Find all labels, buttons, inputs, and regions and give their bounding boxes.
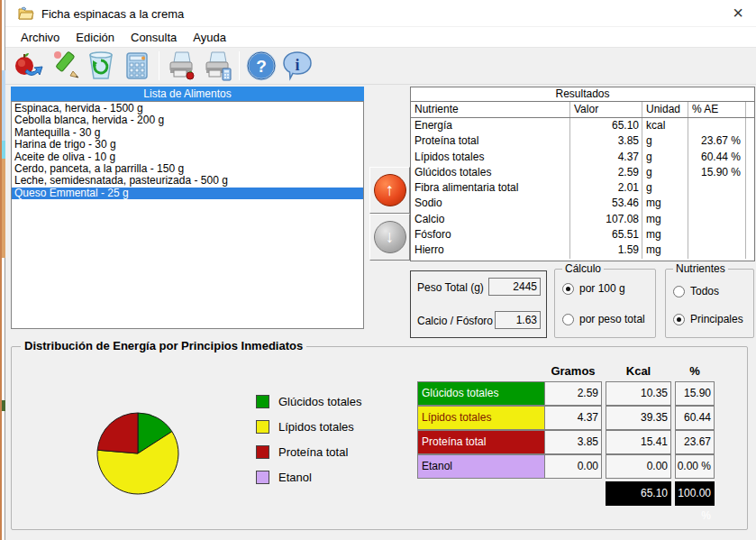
menu-ayuda[interactable]: Ayuda [185,29,234,46]
toolbar-separator [159,51,159,80]
menu-bar: Archivo Edición Consulta Ayuda [5,27,756,47]
dist-pct: 15.90 % [675,381,715,406]
background-fragment [2,159,5,258]
legend-item-glucidos: Glúcidos totales [256,394,362,408]
nutrient-unit: g [642,150,688,165]
nutrient-unit: g [642,133,688,149]
dist-kcal: 39.35 [606,406,671,430]
print-results-button[interactable] [199,49,235,83]
nutrient-value: 107.08 [570,212,642,227]
col-header-unidad: Unidad [642,102,688,117]
radio-label: Principales [690,313,743,325]
about-info-icon: i [281,50,314,82]
dist-gramos: 4.37 [544,406,602,430]
radio-icon [562,283,574,295]
add-food-apple-icon [13,50,45,82]
peso-total-field[interactable]: 2445 [488,278,541,296]
list-item[interactable]: Aceite de oliva - 10 g [12,151,363,163]
radio-por-peso-total[interactable]: por peso total [562,313,645,325]
dist-total-kcal: 65.10 [606,481,671,506]
nutrient-value: 2.01 [570,180,642,196]
radio-principales[interactable]: Principales [673,313,743,325]
dist-row-label: Glúcidos totales [417,381,545,406]
svg-text:?: ? [256,57,267,76]
list-item[interactable]: Cebolla blanca, hervida - 200 g [12,114,363,126]
distribution-title: Distribución de Energía por Principios I… [21,339,306,352]
nutrient-name: Proteína total [411,133,570,149]
result-row: Hierro1.59mg [411,243,754,258]
radio-por-100g[interactable]: por 100 g [562,282,625,295]
nutrient-unit: mg [642,243,688,258]
list-item[interactable]: Mantequilla - 30 g [12,127,363,139]
nutrient-name: Glúcidos totales [411,165,570,180]
list-item[interactable]: Leche, semidesnatada, pasteurizada - 500… [12,175,363,187]
calculate-button[interactable] [119,49,155,83]
radio-icon [562,314,574,325]
nutrient-ae: 23.67 % [688,133,746,149]
weight-panel: Peso Total (g) 2445 Calcio / Fósforo 1.6… [410,270,547,338]
list-item[interactable]: Harina de trigo - 30 g [12,139,363,151]
pie-slice [97,413,138,453]
legend-label: Etanol [278,471,312,484]
down-arrow-icon: ↓ [374,221,406,253]
edit-food-button[interactable] [47,49,83,83]
move-down-button[interactable]: ↓ [369,214,410,261]
dist-total-pct: 100.00 % [675,481,715,506]
dist-pct: 0.00 % [675,454,715,479]
app-window: Ficha espinacas a la crema × Archivo Edi… [0,0,756,540]
calcio-fosforo-field[interactable]: 1.63 [495,311,541,329]
print-foods-button[interactable] [163,49,199,83]
move-up-button[interactable]: ↑ [369,167,410,214]
filler [746,212,754,227]
col-header-filler [746,102,754,117]
help-button[interactable]: ? [243,49,279,83]
dist-kcal: 15.41 [606,430,671,454]
close-button[interactable]: × [720,0,756,27]
result-row: Glúcidos totales2.59g15.90 % [411,165,754,180]
dist-gramos: 3.85 [544,430,602,454]
nutrient-unit: mg [642,212,688,227]
col-header-nutriente: Nutriente [411,102,570,117]
result-row: Fibra alimentaria total2.01g [411,180,754,196]
nutrient-name: Energía [411,118,570,133]
nutrient-name: Sodio [411,196,570,211]
col-header-ae: % AE [688,102,746,117]
delete-recycle-icon [85,50,117,82]
radio-todos[interactable]: Todos [673,285,719,297]
filler [746,180,754,196]
legend-swatch-green [256,395,269,408]
legend-label: Lípidos totales [278,420,354,434]
dist-row-label: Proteína total [417,430,545,454]
food-list: Espinaca, hervida - 1500 g Cebolla blanc… [11,101,364,329]
nutrient-value: 4.37 [570,150,642,165]
nutrient-name: Fibra alimentaria total [411,180,570,196]
add-food-apple-button[interactable] [11,49,47,83]
nutrient-name: Fósforo [411,227,570,243]
delete-food-button[interactable] [83,49,119,83]
calculo-groupbox: Cálculo por 100 g por peso total [554,269,656,338]
dist-kcal: 0.00 [606,454,671,479]
radio-label: por peso total [579,313,645,325]
menu-edicion[interactable]: Edición [68,29,123,46]
window-folder-icon [18,6,34,21]
filler [746,243,754,258]
nutrient-name: Lípidos totales [411,150,570,165]
nutrient-ae [688,118,746,133]
dist-row-label: Lípidos totales [417,406,545,430]
menu-archivo[interactable]: Archivo [13,29,68,46]
list-item-selected[interactable]: Queso Emmental - 25 g [12,188,363,199]
nutrient-unit: g [642,180,688,196]
svg-text:i: i [295,56,299,74]
about-button[interactable]: i [279,49,315,83]
legend-item-lipidos: Lípidos totales [256,419,354,434]
list-item[interactable]: Cerdo, panceta, a la parrilla - 150 g [12,163,363,175]
results-table: Resultados Nutriente Valor Unidad % AE E… [410,87,755,261]
nutrient-value: 53.46 [570,196,642,211]
filler [746,118,754,133]
menu-consulta[interactable]: Consulta [123,29,185,46]
legend-label: Glúcidos totales [278,395,362,408]
list-item[interactable]: Espinaca, hervida - 1500 g [12,103,363,114]
result-row: Calcio107.08mg [411,212,754,227]
result-row: Fósforo65.51mg [411,227,754,243]
toolbar-separator [239,51,240,80]
